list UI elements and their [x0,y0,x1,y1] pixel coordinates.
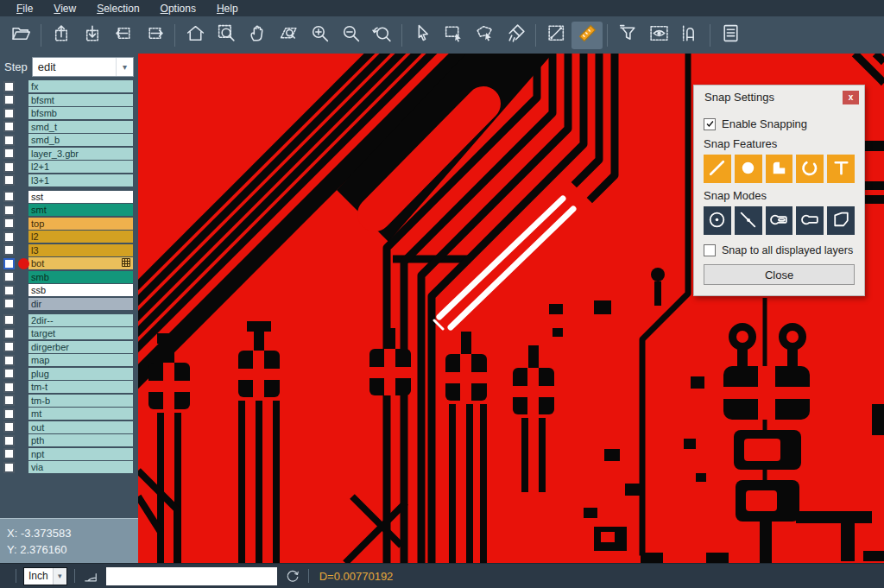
pan-right-button[interactable] [139,22,170,49]
select-rect-button[interactable] [438,22,469,49]
dialog-title-bar[interactable]: Snap Settings x [694,85,864,109]
layer-row-l2+1[interactable]: l2+1 [0,161,138,173]
layer-visibility-checkbox[interactable] [3,328,15,339]
home-button[interactable] [180,22,211,49]
layer-visibility-checkbox[interactable] [3,218,15,229]
snap-mode-point-button[interactable] [735,206,762,235]
layer-visibility-checkbox[interactable] [3,298,15,309]
layer-row-layer_3.gbr[interactable]: layer_3.gbr [0,148,138,160]
snap-feature-text-button[interactable] [827,155,855,183]
layer-label[interactable]: bfsmb [28,107,133,119]
layer-visibility-checkbox[interactable] [3,421,15,433]
layer-visibility-checkbox[interactable] [3,174,15,186]
layer-row-sst[interactable]: sst [0,191,138,203]
layer-label[interactable]: pth [28,434,133,446]
layer-visibility-checkbox[interactable] [3,341,15,352]
layer-visibility-checkbox[interactable] [3,94,15,105]
snap-button[interactable] [674,22,705,49]
layer-row-tm-t[interactable]: tm-t [0,381,138,393]
layer-visibility-checkbox[interactable] [3,314,15,326]
enable-snapping-row[interactable]: Enable Snapping [704,117,855,130]
pan-down-button[interactable] [77,22,108,49]
filter-button[interactable] [612,22,643,49]
layer-label[interactable]: smd_t [28,121,133,133]
layer-row-target[interactable]: target [0,327,138,339]
layer-label[interactable]: 2dir-- [28,314,133,326]
layer-label[interactable]: smd_b [28,134,133,146]
layer-label[interactable]: smb [28,271,133,283]
layer-label[interactable]: bot [28,257,133,269]
layer-row-pth[interactable]: pth [0,434,138,446]
view-options-button[interactable] [643,22,674,49]
layer-row-fx[interactable]: fx [0,80,138,92]
layer-row-l2[interactable]: l2 [0,231,138,243]
measure-button[interactable] [540,22,571,49]
layer-visibility-checkbox[interactable] [3,448,15,459]
layer-label[interactable]: out [28,421,133,433]
layer-visibility-checkbox[interactable] [3,161,15,173]
layer-visibility-checkbox[interactable] [3,408,15,420]
zoom-previous-button[interactable] [366,22,397,49]
menu-view[interactable]: View [44,2,85,16]
layer-row-bot[interactable]: bot [0,257,138,269]
layer-row-smd_b[interactable]: smd_b [0,134,138,146]
layer-visibility-checkbox[interactable] [3,205,15,216]
layer-row-npt[interactable]: npt [0,448,138,460]
close-icon[interactable]: x [843,91,859,104]
layer-row-smd_t[interactable]: smd_t [0,121,138,133]
layer-visibility-checkbox[interactable] [3,285,15,296]
zoom-in-button[interactable] [304,22,335,49]
pan-hand-button[interactable] [242,22,273,49]
snap-mode-corner-button[interactable] [827,206,855,235]
layer-row-2dir--[interactable]: 2dir-- [0,314,138,326]
layer-row-tm-b[interactable]: tm-b [0,395,138,407]
unit-dropdown[interactable]: Inch ▾ [23,567,67,585]
select-polygon-button[interactable] [469,22,500,49]
layer-visibility-checkbox[interactable] [3,108,15,119]
all-layers-row[interactable]: Snap to all displayed layers [704,244,855,256]
layer-label[interactable]: bfsmt [28,94,133,106]
layer-label[interactable]: tm-b [28,395,133,407]
command-input[interactable] [106,567,277,585]
menu-options[interactable]: Options [151,2,205,16]
layer-row-bfsmt[interactable]: bfsmt [0,94,138,106]
chevron-down-icon[interactable]: ▾ [116,58,133,76]
layer-label[interactable]: map [28,354,133,366]
zoom-area-button[interactable] [273,22,304,49]
layer-visibility-checkbox[interactable] [3,244,15,256]
layer-row-top[interactable]: top [0,218,138,230]
layer-row-dirgerber[interactable]: dirgerber [0,341,138,353]
layer-label[interactable]: mt [28,408,133,420]
layer-visibility-checkbox[interactable] [3,258,15,269]
layer-row-map[interactable]: map [0,354,138,366]
step-dropdown[interactable]: edit ▾ [32,57,134,77]
layer-label[interactable]: tm-t [28,381,133,393]
layer-label[interactable]: dir [28,298,133,310]
menu-selection[interactable]: Selection [87,2,148,16]
layer-row-via[interactable]: via [0,461,138,473]
layer-row-plug[interactable]: plug [0,368,138,380]
layer-visibility-checkbox[interactable] [3,121,15,132]
layer-label[interactable]: ssb [28,284,133,296]
layer-visibility-checkbox[interactable] [3,368,15,379]
layer-visibility-checkbox[interactable] [3,355,15,366]
layer-visibility-checkbox[interactable] [3,271,15,282]
layer-visibility-checkbox[interactable] [3,395,15,406]
layer-visibility-checkbox[interactable] [3,191,15,202]
all-layers-checkbox[interactable] [704,244,716,256]
zoom-window-button[interactable] [211,22,242,49]
layer-label[interactable]: npt [28,448,133,460]
layer-label[interactable]: l3 [28,244,133,256]
ruler-button[interactable] [571,22,603,49]
layer-label[interactable]: plug [28,368,133,380]
layer-label[interactable]: top [28,218,133,230]
snap-mode-slot-button[interactable] [796,206,824,235]
layer-label[interactable]: l2+1 [28,161,133,173]
layer-row-bfsmb[interactable]: bfsmb [0,107,138,119]
pan-left-button[interactable] [108,22,139,49]
report-button[interactable] [715,22,746,49]
layer-label[interactable]: l3+1 [28,174,133,187]
angle-icon[interactable] [82,567,99,585]
layer-visibility-checkbox[interactable] [3,81,15,92]
layer-label[interactable]: dirgerber [28,341,133,353]
